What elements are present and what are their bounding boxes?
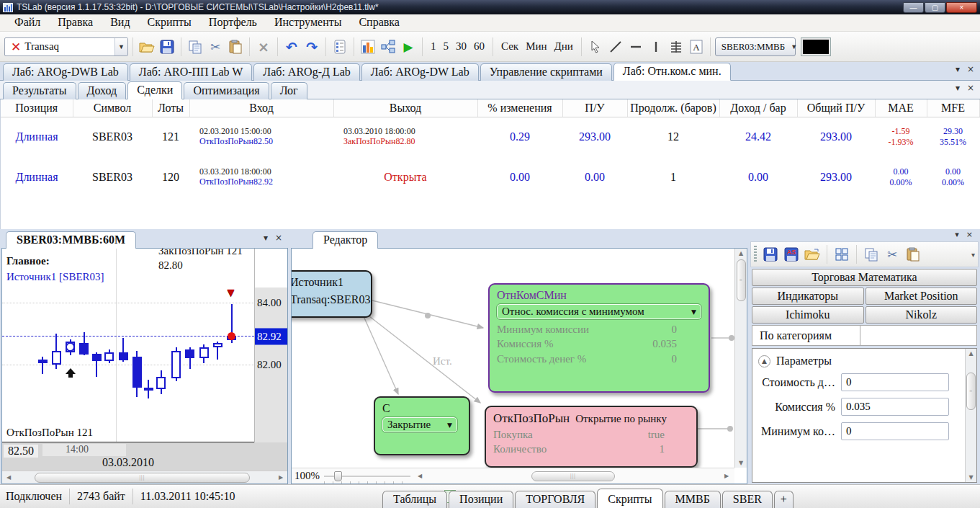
interval-button-1[interactable]: 1 bbox=[427, 39, 440, 54]
block-source[interactable]: Источник1 Transaq:SBER03 bbox=[292, 270, 372, 318]
scroll-right-icon[interactable]: ▶ bbox=[721, 473, 732, 479]
chart-legend-source[interactable]: Источник1 [SBER03] bbox=[6, 270, 104, 285]
palette-paste-button[interactable] bbox=[904, 245, 922, 264]
palette-button-nikolz[interactable]: Nikolz bbox=[866, 306, 978, 324]
commission-dropdown[interactable]: Относ. комиссия с минимумом ▼ bbox=[497, 304, 701, 319]
menu-item-Портфель[interactable]: Портфель bbox=[200, 15, 266, 30]
editor-hscroll-thumb[interactable]: ||| bbox=[531, 471, 614, 481]
document-tab[interactable]: Лаб: AROg-DW Lab bbox=[361, 63, 479, 81]
interval-button-60[interactable]: 60 bbox=[470, 39, 488, 54]
scroll-down-icon[interactable]: ▼ bbox=[968, 474, 973, 481]
result-tab[interactable]: Доход bbox=[78, 82, 127, 99]
column-header[interactable]: % изменения bbox=[477, 99, 562, 117]
transaq-dropdown-icon[interactable]: ▼ bbox=[114, 38, 127, 55]
cut-button[interactable]: ✂ bbox=[206, 37, 225, 56]
open-button[interactable] bbox=[138, 37, 156, 56]
tab-close-icon[interactable]: × bbox=[967, 64, 974, 74]
toolbar-drag-handle[interactable] bbox=[754, 246, 757, 263]
document-tab[interactable]: Лаб: ARO-ПП Lab W bbox=[130, 63, 252, 81]
parameter-input-0[interactable] bbox=[841, 373, 949, 391]
category-search-area[interactable] bbox=[860, 326, 976, 345]
chart-close-icon[interactable]: × bbox=[275, 233, 282, 243]
workspace-tab-Скрипты[interactable]: Скрипты bbox=[597, 489, 662, 508]
result-tab[interactable]: Оптимизация bbox=[184, 82, 269, 99]
timeframe-button-Мин[interactable]: Мин bbox=[522, 39, 550, 54]
block-open-market[interactable]: ОткПозПоРын Открытие по рынку Покупкаtru… bbox=[485, 406, 698, 468]
collapse-icon[interactable]: ▲ bbox=[758, 355, 770, 367]
table-row[interactable]: ДлиннаяSBER0312003.03.2010 18:00:00ОткПо… bbox=[1, 157, 979, 197]
column-header[interactable]: Выход bbox=[333, 99, 477, 117]
price-axis[interactable]: 84.00 82.92 82.00 bbox=[254, 249, 287, 442]
workspace-tab-ММВБ[interactable]: ММВБ bbox=[665, 491, 721, 508]
timeframe-button-Дни[interactable]: Дни bbox=[551, 39, 577, 54]
palette-close-icon[interactable]: × bbox=[966, 230, 973, 241]
palette-copy-button[interactable] bbox=[862, 245, 881, 264]
result-tab-menu-icon[interactable]: ▾ bbox=[956, 83, 960, 93]
result-tab-close-icon[interactable]: × bbox=[967, 83, 974, 93]
column-header[interactable]: Лоты bbox=[152, 99, 189, 117]
hline-tool-button[interactable] bbox=[626, 37, 645, 56]
palette-save-button[interactable] bbox=[761, 245, 780, 264]
interval-button-5[interactable]: 5 bbox=[440, 39, 453, 54]
close-button[interactable]: × bbox=[946, 2, 977, 13]
text-tool-button[interactable]: A bbox=[687, 37, 706, 56]
transaq-combo[interactable]: ✕ Transaq ▼ bbox=[4, 37, 128, 56]
scroll-up-icon[interactable]: ▲ bbox=[968, 350, 973, 357]
parameter-input-2[interactable] bbox=[841, 422, 949, 440]
palette-button-trading-math[interactable]: Торговая Математика bbox=[752, 269, 977, 286]
tab-menu-icon[interactable]: ▾ bbox=[956, 64, 960, 74]
trades-table-header[interactable]: ПозицияСимволЛотыВходВыход% измененияП/У… bbox=[1, 99, 979, 117]
chart-tab[interactable]: SBER03:ММВБ:60М bbox=[6, 231, 136, 249]
document-tab[interactable]: Лаб: AROg-DWB Lab bbox=[3, 63, 128, 81]
column-header[interactable]: Общий П/У bbox=[797, 99, 875, 117]
parameters-vscroll-thumb[interactable]: ≡ bbox=[966, 373, 976, 410]
menu-item-Инструменты[interactable]: Инструменты bbox=[266, 15, 351, 30]
workspace-tab-Позиции[interactable]: Позиции bbox=[449, 491, 513, 508]
column-header[interactable]: MFE bbox=[927, 99, 979, 117]
symbol-combo[interactable]: SBER03:ММВБ ▼ bbox=[715, 37, 796, 56]
levels-tool-button[interactable] bbox=[667, 37, 685, 56]
workspace-tab-ТОРГОВЛЯ[interactable]: ТОРГОВЛЯ bbox=[515, 491, 595, 508]
palette-cut-button[interactable]: ✂ bbox=[883, 245, 902, 264]
copy-button[interactable] bbox=[186, 37, 204, 56]
save-button[interactable] bbox=[158, 37, 176, 56]
timeframe-button-Сек[interactable]: Сек bbox=[498, 39, 522, 54]
script-properties-button[interactable] bbox=[331, 37, 349, 56]
color-swatch[interactable] bbox=[801, 38, 830, 55]
workspace-tab-+[interactable]: + bbox=[774, 491, 794, 508]
column-header[interactable]: П/У bbox=[562, 99, 627, 117]
scroll-left-icon[interactable]: ◀ bbox=[415, 473, 425, 479]
scroll-up-icon[interactable]: ▲ bbox=[739, 250, 743, 257]
menu-item-Правка[interactable]: Правка bbox=[49, 15, 102, 30]
run-button[interactable]: ▶ bbox=[399, 37, 418, 56]
workspace-tab-SBER[interactable]: SBER bbox=[722, 491, 773, 508]
menu-item-Скрипты[interactable]: Скрипты bbox=[139, 15, 200, 30]
palette-blocks-button[interactable] bbox=[832, 245, 851, 264]
palette-button-market-position[interactable]: Market Position bbox=[866, 288, 978, 305]
editor-tab[interactable]: Редактор bbox=[313, 231, 378, 249]
chart-hscroll-thumb[interactable]: ||| bbox=[35, 473, 249, 483]
toolbar-overflow-icon[interactable]: ▾ bbox=[971, 251, 975, 259]
menu-item-Вид[interactable]: Вид bbox=[102, 15, 138, 30]
scroll-right-icon[interactable]: ▶ bbox=[276, 474, 286, 481]
redo-button[interactable]: ↷ bbox=[302, 37, 321, 56]
diagram-button[interactable] bbox=[379, 37, 397, 56]
palette-menu-icon[interactable]: ▾ bbox=[955, 230, 959, 241]
chart-button[interactable] bbox=[359, 37, 377, 56]
zoom-slider-thumb[interactable] bbox=[334, 471, 342, 481]
palette-button-ichimoku[interactable]: Ichimoku bbox=[752, 306, 864, 324]
palette-open-button[interactable] bbox=[803, 245, 822, 264]
symbol-combo-dropdown-icon[interactable]: ▼ bbox=[791, 38, 797, 55]
block-close[interactable]: С Закрытие ▼ bbox=[374, 396, 470, 455]
palette-button-indicators[interactable]: Индикаторы bbox=[752, 288, 864, 305]
by-category-button[interactable]: По категориям bbox=[752, 326, 860, 345]
column-header[interactable]: Вход bbox=[189, 99, 333, 117]
trendline-tool-button[interactable] bbox=[606, 37, 625, 56]
minimize-button[interactable]: — bbox=[903, 2, 924, 13]
interval-button-30[interactable]: 30 bbox=[452, 39, 470, 54]
parameter-input-1[interactable] bbox=[841, 398, 949, 416]
editor-vscroll-thumb[interactable]: ≡ bbox=[737, 259, 746, 301]
menu-item-Справка[interactable]: Справка bbox=[350, 15, 408, 30]
scroll-left-icon[interactable]: ◀ bbox=[4, 474, 14, 481]
table-row[interactable]: ДлиннаяSBER0312102.03.2010 15:00:00ОткПо… bbox=[1, 117, 979, 157]
